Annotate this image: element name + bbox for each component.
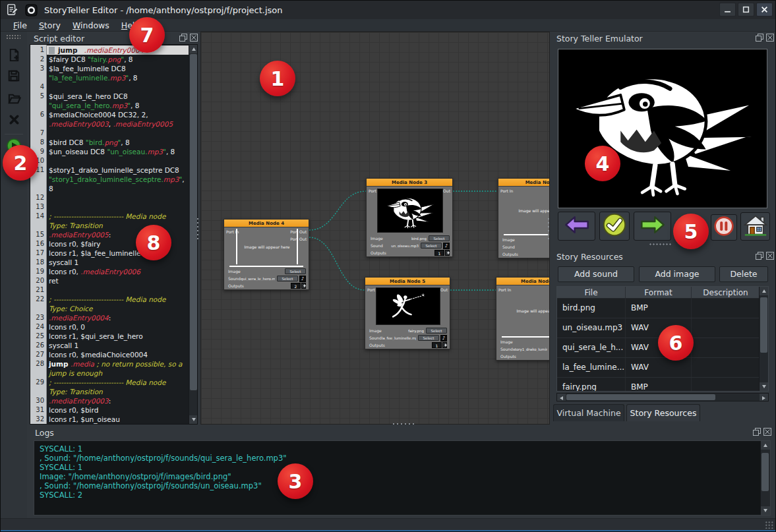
table-row[interactable]: la_fee_lumine...WAV	[557, 358, 768, 378]
log-line: Image: "/home/anthony/ostproj/f/images/b…	[34, 472, 770, 481]
spinner-arrows-icon[interactable]	[442, 342, 447, 348]
close-panel-icon[interactable]	[763, 428, 771, 436]
back-button[interactable]	[558, 212, 595, 241]
menu-windows[interactable]: Windows	[67, 19, 115, 32]
logs-output[interactable]: SYSCALL: 1, Sound: "/home/anthony/ostpro…	[34, 440, 771, 516]
field-value: fairy.png	[408, 329, 424, 333]
line-number: 8	[30, 138, 47, 147]
sound-preview-icon[interactable]: ♪	[299, 276, 306, 282]
table-hscrollbar[interactable]	[556, 393, 769, 401]
scroll-right-icon[interactable]	[760, 394, 768, 401]
column-header-file[interactable]: File	[557, 287, 626, 298]
code-text: .mediaEntry0004:	[47, 313, 189, 322]
field-label: Sound	[228, 276, 241, 281]
splitter-top-logs[interactable]	[392, 422, 414, 426]
float-panel-icon[interactable]	[753, 428, 761, 436]
code-line: 24lcons r0, 0	[30, 322, 189, 332]
minimize-button[interactable]	[719, 3, 736, 16]
menu-story[interactable]: Story	[33, 19, 67, 32]
resize-grip[interactable]	[765, 521, 774, 529]
outputs-spinner[interactable]: 2	[291, 283, 301, 289]
media-node[interactable]: Media Node 3Port InPort OutImagebird.png…	[366, 178, 453, 257]
splitter-canvas-right[interactable]	[547, 217, 551, 239]
close-panel-icon[interactable]	[766, 34, 774, 42]
media-node[interactable]: Media Node 6Port InImage will appear her…	[496, 277, 550, 361]
spinner-arrows-icon[interactable]	[301, 283, 306, 289]
float-panel-icon[interactable]	[179, 34, 187, 42]
select-button[interactable]: Select	[426, 328, 447, 334]
select-button[interactable]: Select	[421, 243, 442, 249]
menu-file[interactable]: File	[7, 19, 33, 32]
add-sound-button[interactable]: Add sound	[558, 266, 634, 282]
float-panel-icon[interactable]	[756, 252, 763, 260]
window-title: StoryTeller Editor - /home/anthony/ostpr…	[44, 5, 283, 15]
ok-button[interactable]	[599, 212, 630, 241]
table-scrollbar[interactable]	[759, 287, 768, 391]
check-circle-icon	[602, 212, 627, 240]
media-node[interactable]: Media Node 4Port InPort OutPort OutImage…	[224, 219, 309, 290]
table-hscrollbar-thumb[interactable]	[566, 394, 715, 400]
logs-scrollbar[interactable]	[760, 441, 770, 515]
outputs-spinner[interactable]: 1	[432, 342, 442, 348]
scroll-up-icon[interactable]	[189, 45, 198, 53]
spinner-arrows-icon[interactable]	[445, 250, 450, 256]
table-row[interactable]: fairy.pngBMP	[557, 378, 768, 392]
column-header-description[interactable]: Description	[692, 287, 760, 298]
table-cell	[692, 358, 760, 377]
code-line: 20ret	[30, 276, 189, 285]
code-line: 27lcons r0, $mediaChoice0004	[30, 350, 189, 359]
float-panel-icon[interactable]	[756, 34, 763, 42]
table-cell	[692, 299, 760, 318]
close-panel-icon[interactable]	[190, 34, 198, 42]
splitter-script-canvas[interactable]	[196, 217, 200, 239]
field-label: Outputs	[369, 343, 385, 347]
table-row[interactable]: bird.pngBMP	[557, 299, 768, 318]
code-text: .mediaEntry0003:	[47, 396, 189, 405]
media-node[interactable]: Media NodePort InImage will appear hereI…	[498, 178, 550, 258]
outputs-spinner[interactable]: 1	[434, 250, 444, 256]
new-file-button[interactable]	[5, 47, 22, 65]
sound-preview-icon[interactable]: ♪	[440, 335, 447, 341]
story-node-canvas[interactable]: Media Node 4Port InPort OutPort OutImage…	[200, 32, 550, 425]
toolbar-drag-handle[interactable]	[6, 34, 20, 40]
media-node[interactable]: Media Node 5Port InPort OutImagefairy.pn…	[365, 277, 450, 349]
close-button[interactable]	[756, 3, 773, 16]
select-button[interactable]: Select	[285, 268, 306, 274]
table-scrollbar-thumb[interactable]	[760, 297, 767, 353]
window-titlebar[interactable]: StoryTeller Editor - /home/anthony/ostpr…	[1, 1, 776, 19]
close-panel-icon[interactable]	[766, 252, 774, 260]
delete-button[interactable]	[5, 112, 22, 129]
storyteller-editor-window: StoryTeller Editor - /home/anthony/ostpr…	[0, 0, 776, 532]
image-field: ImageSelect	[502, 236, 550, 243]
code-text: Type: Choice	[47, 304, 189, 313]
scroll-left-icon[interactable]	[557, 394, 566, 401]
delete-resource-button[interactable]: Delete	[719, 266, 768, 282]
logs-scrollbar-thumb[interactable]	[761, 453, 769, 491]
open-button[interactable]	[5, 91, 22, 108]
select-button[interactable]: Select	[429, 235, 450, 241]
annotation-circle-4: 4	[585, 146, 620, 181]
script-editor[interactable]: 1jump .mediaEntry00042$fairy DC8 "fairy.…	[30, 44, 198, 425]
table-cell: la_fee_lumine...	[557, 358, 626, 377]
select-button[interactable]: Select	[418, 335, 439, 341]
scroll-down-icon[interactable]	[189, 415, 198, 424]
panel-splitter-handle[interactable]	[649, 243, 672, 247]
menu-bar: FileStoryWindowsHelp	[1, 19, 776, 32]
pause-button[interactable]	[711, 214, 737, 241]
scroll-down-icon[interactable]	[761, 506, 771, 515]
home-button[interactable]	[740, 212, 770, 241]
scroll-up-icon[interactable]	[761, 441, 771, 450]
field-label: Sound	[500, 347, 513, 351]
tab-virtual-machine[interactable]: Virtual Machine	[553, 404, 624, 421]
scroll-up-icon[interactable]	[760, 287, 769, 295]
line-number	[30, 119, 47, 129]
tab-story-resources[interactable]: Story Resources	[626, 404, 700, 421]
forward-button[interactable]	[634, 212, 671, 241]
add-image-button[interactable]: Add image	[639, 266, 715, 282]
maximize-button[interactable]	[738, 3, 754, 16]
scroll-down-icon[interactable]	[760, 382, 769, 391]
save-button[interactable]	[5, 69, 22, 86]
sound-preview-icon[interactable]: ♪	[443, 243, 450, 249]
select-button[interactable]: Select	[277, 276, 298, 281]
column-header-format[interactable]: Format	[626, 287, 692, 298]
